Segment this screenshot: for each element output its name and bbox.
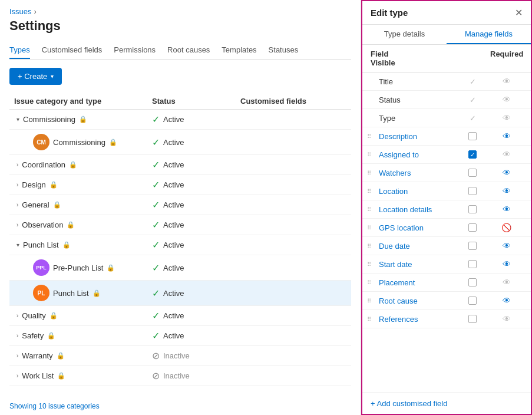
required-checkbox[interactable] bbox=[468, 187, 477, 195]
visible-eye-icon[interactable]: 👁 bbox=[503, 168, 511, 177]
visible-eye-icon[interactable]: 👁 bbox=[503, 186, 511, 196]
field-label[interactable]: Location bbox=[379, 187, 455, 196]
field-row: ⠿ Due date 👁 bbox=[362, 237, 531, 255]
table-row[interactable]: › Warranty 🔒 ⊘ Inactive bbox=[9, 346, 351, 366]
breadcrumb: Issues › bbox=[9, 7, 351, 16]
breadcrumb-link[interactable]: Issues bbox=[9, 7, 32, 16]
status-cell: ✓ Active bbox=[152, 114, 240, 125]
lock-icon: 🔒 bbox=[92, 289, 101, 297]
tab-permissions[interactable]: Permissions bbox=[114, 42, 156, 59]
required-checkbox[interactable] bbox=[468, 242, 477, 250]
required-check-icon: ✓ bbox=[470, 77, 476, 86]
lock-icon: 🔒 bbox=[49, 312, 58, 320]
table-row[interactable]: CM Commissioning 🔒 ✓ Active bbox=[9, 130, 351, 155]
tab-statuses[interactable]: Statuses bbox=[269, 42, 299, 59]
panel-tabs: Type details Manage fields bbox=[362, 25, 531, 45]
avatar: PPL bbox=[33, 259, 49, 276]
field-label[interactable]: Description bbox=[379, 132, 455, 141]
visible-eye-slash-icon[interactable]: 🚫 bbox=[501, 223, 511, 232]
table-row[interactable]: › Quality 🔒 ✓ Active bbox=[9, 306, 351, 326]
field-label[interactable]: Due date bbox=[379, 242, 455, 251]
field-label[interactable]: Placement bbox=[379, 278, 455, 287]
table-row[interactable]: › Observation 🔒 ✓ Active bbox=[9, 215, 351, 235]
field-label[interactable]: References bbox=[379, 315, 455, 324]
drag-handle[interactable]: ⠿ bbox=[367, 151, 379, 158]
visible-eye-icon[interactable]: 👁 bbox=[503, 314, 511, 324]
required-checkbox[interactable] bbox=[468, 205, 477, 213]
required-checkbox[interactable] bbox=[468, 132, 477, 140]
create-button[interactable]: + Create ▾ bbox=[9, 68, 62, 85]
visible-eye-icon[interactable]: 👁 bbox=[503, 150, 511, 159]
avatar: CM bbox=[33, 134, 49, 150]
drag-handle[interactable]: ⠿ bbox=[367, 298, 379, 304]
field-label[interactable]: Location details bbox=[379, 205, 455, 214]
table-row[interactable]: ▾ Commissioning 🔒 ✓ Active bbox=[9, 110, 351, 130]
required-checkbox[interactable] bbox=[468, 223, 477, 232]
drag-handle[interactable]: ⠿ bbox=[367, 170, 379, 176]
required-checkbox[interactable] bbox=[468, 297, 477, 305]
add-customised-field-button[interactable]: + Add customised field bbox=[362, 393, 531, 414]
field-label[interactable]: Root cause bbox=[379, 297, 455, 305]
field-label: Title bbox=[379, 77, 455, 86]
active-icon: ✓ bbox=[152, 199, 160, 210]
field-row: ⠿ Assigned to 👁 bbox=[362, 146, 531, 164]
panel-tab-type-details[interactable]: Type details bbox=[362, 25, 447, 44]
field-row: Type ✓ 👁 bbox=[362, 109, 531, 127]
expand-icon[interactable]: › bbox=[16, 353, 18, 359]
visible-eye-icon[interactable]: 👁 bbox=[503, 205, 511, 214]
table-row[interactable]: › Work List 🔒 ⊘ Inactive bbox=[9, 366, 351, 386]
drag-handle[interactable]: ⠿ bbox=[367, 206, 379, 213]
visible-eye-icon[interactable]: 👁 bbox=[503, 131, 511, 141]
expand-icon[interactable]: › bbox=[16, 162, 18, 168]
drag-handle[interactable]: ⠿ bbox=[367, 316, 379, 322]
expand-icon[interactable]: › bbox=[16, 222, 18, 228]
required-checkbox[interactable] bbox=[468, 169, 477, 177]
required-checkbox[interactable] bbox=[468, 278, 477, 286]
field-label[interactable]: GPS location bbox=[379, 223, 455, 232]
table-row[interactable]: › Design 🔒 ✓ Active bbox=[9, 175, 351, 195]
status-cell: ⊘ Inactive bbox=[152, 370, 240, 381]
panel-tab-manage-fields[interactable]: Manage fields bbox=[447, 25, 531, 44]
table-row[interactable]: › General 🔒 ✓ Active bbox=[9, 195, 351, 215]
expand-icon[interactable]: › bbox=[16, 373, 18, 379]
expand-icon[interactable]: › bbox=[16, 202, 18, 208]
required-check-icon: ✓ bbox=[470, 95, 476, 104]
close-button[interactable]: ✕ bbox=[515, 7, 523, 18]
field-label: Type bbox=[379, 114, 455, 123]
visible-eye-icon[interactable]: 👁 bbox=[503, 241, 511, 251]
required-checkbox[interactable] bbox=[468, 260, 477, 268]
active-icon: ✓ bbox=[152, 310, 160, 321]
expand-icon[interactable]: › bbox=[16, 182, 18, 188]
drag-handle[interactable]: ⠿ bbox=[367, 261, 379, 268]
fields-header: Field Required Visible bbox=[362, 45, 531, 73]
table-row[interactable]: PL Punch List 🔒 ✓ Active bbox=[9, 281, 351, 306]
drag-handle[interactable]: ⠿ bbox=[367, 279, 379, 286]
visible-eye-icon[interactable]: 👁 bbox=[503, 259, 511, 269]
field-label[interactable]: Watchers bbox=[379, 169, 455, 177]
table-row[interactable]: › Coordination 🔒 ✓ Active bbox=[9, 155, 351, 175]
visible-eye-icon[interactable]: 👁 bbox=[503, 296, 511, 305]
required-checkbox[interactable] bbox=[468, 150, 477, 159]
tab-templates[interactable]: Templates bbox=[222, 42, 256, 59]
field-label[interactable]: Assigned to bbox=[379, 150, 455, 159]
expand-icon[interactable]: › bbox=[16, 332, 18, 339]
required-checkbox[interactable] bbox=[468, 315, 477, 323]
row-label: Safety bbox=[22, 331, 44, 340]
lock-icon: 🔒 bbox=[57, 372, 65, 380]
field-label[interactable]: Start date bbox=[379, 260, 455, 269]
table-row[interactable]: PPL Pre-Punch List 🔒 ✓ Active bbox=[9, 255, 351, 281]
tab-customised-fields[interactable]: Customised fields bbox=[42, 42, 103, 59]
table-row[interactable]: ▾ Punch List 🔒 ✓ Active bbox=[9, 235, 351, 255]
table-row[interactable]: › Safety 🔒 ✓ Active bbox=[9, 326, 351, 346]
expand-icon[interactable]: ▾ bbox=[16, 242, 19, 248]
drag-handle[interactable]: ⠿ bbox=[367, 243, 379, 249]
drag-handle[interactable]: ⠿ bbox=[367, 133, 379, 140]
drag-handle[interactable]: ⠿ bbox=[367, 225, 379, 231]
tab-types[interactable]: Types bbox=[9, 42, 30, 59]
drag-handle[interactable]: ⠿ bbox=[367, 188, 379, 195]
tab-root-causes[interactable]: Root causes bbox=[167, 42, 210, 59]
expand-icon[interactable]: ▾ bbox=[16, 116, 19, 123]
lock-icon: 🔒 bbox=[49, 181, 58, 189]
expand-icon[interactable]: › bbox=[16, 312, 18, 319]
visible-eye-icon[interactable]: 👁 bbox=[503, 278, 511, 287]
